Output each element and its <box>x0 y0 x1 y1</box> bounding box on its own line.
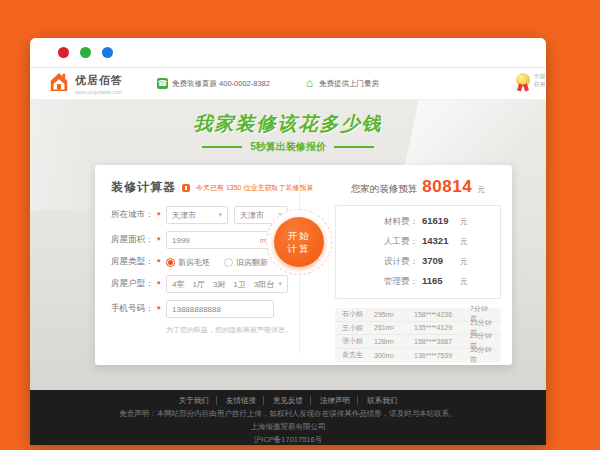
site-name: 优居佰答 <box>75 73 123 88</box>
dash-left <box>202 146 242 148</box>
start-calculate-line1: 开始 <box>288 229 311 242</box>
hero-title: 我家装修该花多少钱 <box>30 111 546 137</box>
traffic-light-minimize-icon[interactable] <box>80 47 91 58</box>
measure-service: ⌂ 免费提供上门量房 <box>304 78 379 89</box>
cost-value: 3709 <box>422 255 458 266</box>
chevron-down-icon: ▾ <box>218 211 222 219</box>
cost-row-design: 设计费： 3709 元 <box>336 255 500 268</box>
lead-name: 石小姐 <box>342 309 374 319</box>
phone-input[interactable] <box>172 305 252 314</box>
browser-window: 优居佰答 www.youjubaida.com ☎ 免费装修直拨 400-000… <box>30 38 546 445</box>
site-logo[interactable]: 优居佰答 www.youjubaida.com <box>48 71 123 97</box>
hero-subtitle-text: 5秒算出装修报价 <box>250 140 326 154</box>
cost-unit: 元 <box>460 277 474 287</box>
footer-link-about[interactable]: 关于我们 <box>172 396 217 405</box>
cost-value: 14321 <box>422 235 458 246</box>
footer-icp: 沪ICP备17017516号 <box>30 435 546 445</box>
province-value: 天津市 <box>172 210 196 221</box>
lead-area: 261m² <box>374 324 414 331</box>
radio-old-house[interactable]: 旧房翻新 <box>224 257 268 268</box>
budget-title: 您家的装修预算 <box>351 183 418 196</box>
cost-unit: 元 <box>460 257 474 267</box>
lead-phone: 158****4236 <box>414 311 470 318</box>
required-marker: * <box>157 304 166 314</box>
badge-line1: 全国 <box>534 72 545 80</box>
lead-phone: 136****7539 <box>414 352 470 359</box>
footer-disclaimer: 免责声明：本网站部分内容由用户自行上传，如权利人发现存在误传其作品情形，请及时与… <box>30 409 546 419</box>
radio-unselected-icon <box>224 258 233 267</box>
badge-line2: 联用 <box>534 80 545 88</box>
lead-name: 张小姐 <box>342 336 374 346</box>
browser-titlebar <box>30 38 546 68</box>
house-type-label: 房屋类型： <box>111 256 157 268</box>
calculator-title: 装修计算器 <box>111 179 176 196</box>
area-input[interactable] <box>172 236 252 245</box>
hotline: ☎ 免费装修直拨 400-0002-8382 <box>157 78 270 89</box>
lead-phone: 135****4129 <box>414 324 470 331</box>
required-marker: * <box>157 257 166 267</box>
area-label: 房屋面积： <box>111 234 157 246</box>
site-footer: 关于我们 友情链接 意见反馈 法律声明 联系我们 免责声明：本网站部分内容由用户… <box>30 390 546 445</box>
footer-link-contact[interactable]: 联系我们 <box>360 396 404 405</box>
home-logo-icon <box>48 71 70 97</box>
calculator-card: 装修计算器 今天已有 1350 位业主获取了装修预算 所在城市： * 天津市 ▾… <box>95 165 512 365</box>
cost-row-material: 材料费： 61619 元 <box>336 215 500 228</box>
lead-area: 300m² <box>374 352 414 359</box>
cost-label: 材料费： <box>362 216 418 228</box>
certification-badge: 全国 联用 <box>516 72 546 89</box>
recent-leads-table: 石小姐 295m² 158****4236 7分钟前 王小姐 261m² 135… <box>335 308 501 362</box>
cost-row-labor: 人工费： 14321 元 <box>336 235 500 248</box>
chevron-down-icon: ▾ <box>278 280 282 288</box>
lead-area: 128m² <box>374 338 414 345</box>
site-url: www.youjubaida.com <box>75 89 123 95</box>
cost-breakdown: 材料费： 61619 元 人工费： 14321 元 设计费： 3709 元 <box>335 205 501 299</box>
footer-link-partners[interactable]: 友情链接 <box>219 396 264 405</box>
traffic-light-fullscreen-icon[interactable] <box>102 47 113 58</box>
required-marker: * <box>157 235 166 245</box>
cost-unit: 元 <box>460 217 474 227</box>
layout-label: 房屋户型： <box>111 278 157 290</box>
city-label: 所在城市： <box>111 209 157 221</box>
lead-time: 30分钟前 <box>470 345 494 365</box>
start-calculate-line2: 计算 <box>288 242 311 255</box>
required-marker: * <box>157 210 166 220</box>
dash-right <box>334 146 374 148</box>
budget-unit: 元 <box>477 184 485 195</box>
radio-old-house-label: 旧房翻新 <box>236 257 268 268</box>
site-header: 优居佰答 www.youjubaida.com ☎ 免费装修直拨 400-000… <box>30 68 546 100</box>
cost-row-management: 管理费： 1165 元 <box>336 275 500 288</box>
radio-new-house-label: 新房毛坯 <box>178 257 210 268</box>
start-calculate-button[interactable]: 开始 计算 <box>274 217 324 267</box>
required-marker: * <box>157 279 166 289</box>
hero: 我家装修该花多少钱 5秒算出装修报价 <box>30 111 546 154</box>
table-row: 黄先生 300m² 136****7539 30分钟前 <box>335 349 501 363</box>
lead-name: 黄先生 <box>342 350 374 360</box>
cost-label: 人工费： <box>362 236 418 248</box>
city-value: 天津市 <box>240 210 264 221</box>
budget-amount: 80814 <box>422 177 472 197</box>
footer-company: 上海倾傲贸易有限公司 <box>30 422 546 432</box>
lead-name: 王小姐 <box>342 323 374 333</box>
cost-label: 管理费： <box>362 276 418 288</box>
cost-value: 1165 <box>422 275 458 286</box>
medal-icon <box>516 73 530 87</box>
page-body: 我家装修该花多少钱 5秒算出装修报价 装修计算器 今天已有 1350 位业主获取… <box>30 100 546 390</box>
hero-subtitle: 5秒算出装修报价 <box>30 140 546 154</box>
radio-new-house[interactable]: 新房毛坯 <box>166 257 210 268</box>
radio-selected-icon <box>166 258 175 267</box>
province-select[interactable]: 天津市 ▾ <box>166 206 228 224</box>
phone-icon: ☎ <box>157 78 168 89</box>
cost-label: 设计费： <box>362 256 418 268</box>
phone-label: 手机号码： <box>111 303 157 315</box>
layout-select[interactable]: 4室 1厅 3厨 1卫 3阳台 ▾ <box>166 275 288 293</box>
traffic-light-close-icon[interactable] <box>58 47 69 58</box>
measure-service-text: 免费提供上门量房 <box>319 79 379 89</box>
cost-unit: 元 <box>460 237 474 247</box>
hotline-text: 免费装修直拨 400-0002-8382 <box>172 79 270 89</box>
house-icon: ⌂ <box>304 78 315 89</box>
budget-results: 您家的装修预算 80814 元 材料费： 61619 元 人工费： 14321 … <box>335 177 501 362</box>
footer-link-feedback[interactable]: 意见反馈 <box>266 396 311 405</box>
footer-link-legal[interactable]: 法律声明 <box>313 396 358 405</box>
calculator-notice: 今天已有 1350 位业主获取了装修预算 <box>196 183 313 193</box>
cost-value: 61619 <box>422 215 458 226</box>
